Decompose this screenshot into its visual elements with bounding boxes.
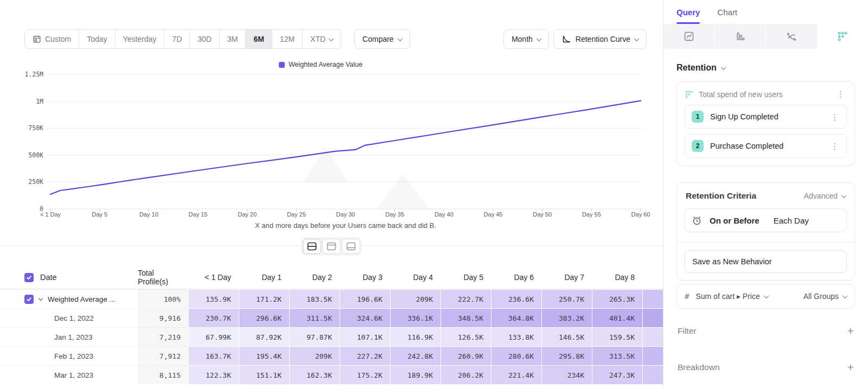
line-chart-canvas[interactable] xyxy=(0,49,663,237)
retention-value-cell[interactable]: 209K xyxy=(289,346,340,365)
table-row-label[interactable]: Dec 1, 2022 xyxy=(0,308,138,327)
retention-value-cell[interactable]: 280.6K xyxy=(491,346,541,365)
range-yesterday[interactable]: Yesterday xyxy=(115,30,164,48)
retention-value-cell[interactable]: 296.6K xyxy=(239,308,289,327)
select-all-checkbox[interactable] xyxy=(24,273,34,282)
retention-value-cell[interactable]: 163.7K xyxy=(188,346,239,365)
save-as-new-behavior-button[interactable]: Save as New Behavior xyxy=(685,250,847,273)
retention-value-cell[interactable]: 151.1K xyxy=(239,365,289,384)
range-6m-selected[interactable]: 6M xyxy=(245,30,271,48)
row-checkbox[interactable] xyxy=(24,295,34,304)
compare-button[interactable]: Compare xyxy=(354,29,410,49)
tab-chart[interactable]: Chart xyxy=(717,0,737,24)
retention-value-cell[interactable]: 122.3K xyxy=(188,365,239,384)
total-profiles-cell: 7,912 xyxy=(138,346,188,365)
retention-value-cell[interactable]: 135.9K xyxy=(188,289,239,308)
table-bottom-view-icon xyxy=(346,242,356,251)
retention-value-cell[interactable]: 236.6K xyxy=(491,289,541,308)
overflow-value-cell[interactable] xyxy=(642,346,663,365)
retention-value-cell[interactable]: 146.5K xyxy=(541,327,592,346)
retention-value-cell[interactable]: 234K xyxy=(541,365,592,384)
retention-value-cell[interactable]: 97.87K xyxy=(289,327,340,346)
retention-timing-row[interactable]: On or Before Each Day xyxy=(685,208,847,232)
x-axis-tick: Day 45 xyxy=(484,211,503,218)
property-dropdown[interactable]: Sum of cart ▸ Price xyxy=(695,292,796,301)
table-row-label[interactable]: Jan 1, 2023 xyxy=(0,327,138,346)
retention-value-cell[interactable]: 171.2K xyxy=(239,289,289,308)
measure-property-row[interactable]: # Sum of cart ▸ Price All Groups xyxy=(676,284,855,309)
overflow-value-cell[interactable] xyxy=(642,365,663,384)
behavior-step-1[interactable]: 1 Sign Up Completed ⋮ xyxy=(685,105,847,129)
range-3m[interactable]: 3M xyxy=(219,30,245,48)
retention-chart-type-tab-selected[interactable] xyxy=(817,24,868,49)
retention-value-cell[interactable]: 247.3K xyxy=(592,365,642,384)
chart-only-toggle[interactable] xyxy=(322,239,341,254)
overflow-value-cell[interactable] xyxy=(642,327,663,346)
kebab-menu-icon[interactable]: ⋮ xyxy=(834,89,847,99)
retention-value-cell[interactable]: 159.5K xyxy=(592,327,642,346)
retention-value-cell[interactable]: 364.8K xyxy=(491,308,541,327)
retention-value-cell[interactable]: 227.2K xyxy=(340,346,390,365)
tab-query[interactable]: Query xyxy=(676,0,700,24)
flows-chart-type-tab[interactable] xyxy=(765,24,817,49)
retention-value-cell[interactable]: 383.2K xyxy=(541,308,592,327)
table-row-label[interactable]: Feb 1, 2023 xyxy=(0,346,138,365)
range-7d[interactable]: 7D xyxy=(164,30,189,48)
retention-value-cell[interactable]: 265.3K xyxy=(592,289,642,308)
retention-value-cell[interactable]: 242.8K xyxy=(390,346,441,365)
retention-value-cell[interactable]: 324.6K xyxy=(340,308,390,327)
table-row-label[interactable]: Weighted Average ... xyxy=(0,289,138,308)
retention-value-cell[interactable]: 196.6K xyxy=(340,289,390,308)
table-row-label[interactable]: Mar 1, 2023 xyxy=(0,365,138,384)
range-xtd[interactable]: XTD xyxy=(302,30,341,48)
retention-section-header[interactable]: Retention xyxy=(676,63,855,73)
split-view-toggle[interactable] xyxy=(303,239,321,254)
retention-value-cell[interactable]: 209K xyxy=(390,289,441,308)
behavior-step-2[interactable]: 2 Purchase Completed ⋮ xyxy=(685,134,847,158)
chevron-down-icon[interactable] xyxy=(39,296,43,300)
retention-value-cell[interactable]: 67.99K xyxy=(188,327,239,346)
range-12m[interactable]: 12M xyxy=(272,30,302,48)
retention-value-cell[interactable]: 250.7K xyxy=(541,289,592,308)
retention-value-cell[interactable]: 311.5K xyxy=(289,308,340,327)
table-only-toggle[interactable] xyxy=(342,239,360,254)
retention-value-cell[interactable]: 295.8K xyxy=(541,346,592,365)
retention-value-cell[interactable]: 183.5K xyxy=(289,289,340,308)
overflow-value-cell[interactable] xyxy=(642,289,663,308)
retention-value-cell[interactable]: 221.4K xyxy=(491,365,541,384)
retention-value-cell[interactable]: 348.5K xyxy=(441,308,491,327)
retention-value-cell[interactable]: 162.3K xyxy=(289,365,340,384)
retention-value-cell[interactable]: 313.5K xyxy=(592,346,642,365)
insights-chart-type-tab[interactable] xyxy=(663,24,714,49)
retention-value-cell[interactable]: 222.7K xyxy=(441,289,491,308)
row-date-label: Feb 1, 2023 xyxy=(54,352,93,360)
kebab-menu-icon[interactable]: ⋮ xyxy=(828,112,841,122)
advanced-dropdown[interactable]: Advanced xyxy=(804,192,846,200)
retention-value-cell[interactable]: 107.1K xyxy=(340,327,390,346)
retention-value-cell[interactable]: 401.4K xyxy=(592,308,642,327)
retention-value-cell[interactable]: 230.7K xyxy=(188,308,239,327)
retention-value-cell[interactable]: 133.8K xyxy=(491,327,541,346)
kebab-menu-icon[interactable]: ⋮ xyxy=(828,141,841,151)
overflow-value-cell[interactable] xyxy=(642,308,663,327)
range-custom[interactable]: Custom xyxy=(25,30,79,48)
groups-dropdown[interactable]: All Groups xyxy=(803,292,847,301)
retention-value-cell[interactable]: 87.92K xyxy=(239,327,289,346)
x-axis-tick: < 1 Day xyxy=(40,211,61,218)
retention-value-cell[interactable]: 260.9K xyxy=(441,346,491,365)
granularity-dropdown[interactable]: Month xyxy=(503,29,549,49)
range-today[interactable]: Today xyxy=(79,30,114,48)
chevron-down-icon xyxy=(397,36,403,41)
add-breakdown-button[interactable]: + xyxy=(847,361,854,373)
chart-view-dropdown[interactable]: Retention Curve xyxy=(553,29,647,49)
retention-value-cell[interactable]: 126.5K xyxy=(441,327,491,346)
funnels-chart-type-tab[interactable] xyxy=(714,24,766,49)
retention-value-cell[interactable]: 116.9K xyxy=(390,327,441,346)
retention-value-cell[interactable]: 336.1K xyxy=(390,308,441,327)
retention-value-cell[interactable]: 195.4K xyxy=(239,346,289,365)
add-filter-button[interactable]: + xyxy=(847,325,854,336)
retention-value-cell[interactable]: 175.2K xyxy=(340,365,390,384)
retention-value-cell[interactable]: 189.9K xyxy=(390,365,441,384)
range-30d[interactable]: 30D xyxy=(189,30,219,48)
retention-value-cell[interactable]: 206.2K xyxy=(441,365,491,384)
